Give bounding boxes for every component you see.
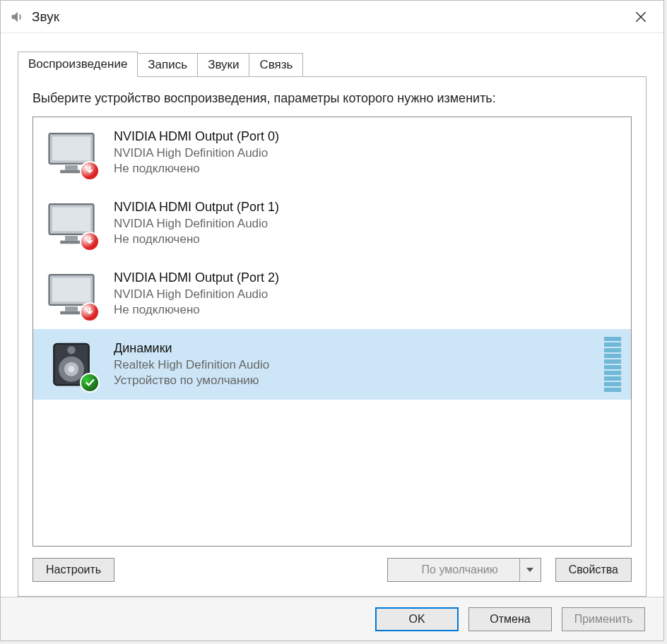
playback-panel: Выберите устройство воспроизведения, пар…	[18, 77, 647, 597]
device-driver: NVIDIA High Definition Audio	[114, 216, 621, 232]
chevron-down-icon	[519, 559, 541, 581]
svg-point-15	[69, 366, 75, 373]
monitor-icon	[46, 268, 97, 319]
device-driver: NVIDIA High Definition Audio	[114, 145, 621, 162]
svg-rect-5	[52, 208, 90, 232]
monitor-icon	[46, 127, 97, 178]
monitor-icon	[46, 198, 97, 249]
set-default-dropdown[interactable]: По умолчанию	[387, 558, 541, 582]
speaker-icon	[46, 339, 97, 390]
ok-button[interactable]: OK	[375, 607, 459, 631]
device-driver: NVIDIA High Definition Audio	[114, 287, 621, 303]
device-name: NVIDIA HDMI Output (Port 2)	[114, 269, 621, 286]
dialog-content: Воспроизведение Запись Звуки Связь Выбер…	[1, 33, 663, 597]
properties-button[interactable]: Свойства	[555, 558, 632, 582]
panel-button-row: Настроить По умолчанию Свойства	[33, 558, 632, 582]
device-status: Не подключено	[114, 161, 621, 177]
sound-dialog: Звук Воспроизведение Запись Звуки Связь …	[0, 0, 664, 641]
device-driver: Realtek High Definition Audio	[114, 357, 596, 374]
close-button[interactable]	[627, 3, 655, 31]
panel-instruction: Выберите устройство воспроизведения, пар…	[33, 90, 632, 107]
sound-icon	[9, 9, 25, 25]
close-icon	[634, 10, 648, 24]
device-name: NVIDIA HDMI Output (Port 0)	[114, 128, 621, 145]
device-status: Не подключено	[114, 302, 621, 318]
svg-rect-1	[52, 137, 90, 161]
dialog-button-row: OK Отмена Применить	[1, 597, 663, 640]
svg-point-16	[67, 346, 75, 354]
device-row[interactable]: NVIDIA HDMI Output (Port 0)NVIDIA High D…	[33, 117, 631, 188]
device-list[interactable]: NVIDIA HDMI Output (Port 0)NVIDIA High D…	[33, 117, 632, 547]
device-name: Динамики	[114, 340, 596, 357]
svg-rect-6	[65, 236, 78, 241]
device-row[interactable]: NVIDIA HDMI Output (Port 1)NVIDIA High D…	[33, 188, 631, 258]
device-row[interactable]: NVIDIA HDMI Output (Port 2)NVIDIA High D…	[33, 258, 631, 329]
device-text: NVIDIA HDMI Output (Port 0)NVIDIA High D…	[114, 128, 621, 177]
tab-playback[interactable]: Воспроизведение	[18, 52, 138, 77]
apply-button[interactable]: Применить	[562, 607, 645, 631]
level-meter	[604, 337, 621, 392]
titlebar: Звук	[1, 1, 663, 33]
device-row[interactable]: ДинамикиRealtek High Definition AudioУст…	[33, 329, 631, 400]
svg-rect-10	[65, 306, 78, 311]
device-status: Устройство по умолчанию	[114, 373, 596, 389]
device-text: ДинамикиRealtek High Definition AudioУст…	[114, 340, 596, 389]
device-text: NVIDIA HDMI Output (Port 2)NVIDIA High D…	[114, 269, 621, 318]
device-status: Не подключено	[114, 232, 621, 248]
device-text: NVIDIA HDMI Output (Port 1)NVIDIA High D…	[114, 198, 621, 248]
tab-strip: Воспроизведение Запись Звуки Связь	[18, 52, 647, 77]
device-name: NVIDIA HDMI Output (Port 1)	[114, 198, 621, 215]
tab-recording[interactable]: Запись	[137, 53, 198, 76]
tab-communications[interactable]: Связь	[249, 53, 303, 76]
set-default-label: По умолчанию	[401, 559, 519, 581]
svg-rect-2	[65, 165, 78, 170]
configure-button[interactable]: Настроить	[33, 558, 114, 582]
svg-rect-9	[52, 278, 90, 302]
window-title: Звук	[32, 9, 59, 25]
tab-sounds[interactable]: Звуки	[197, 53, 249, 76]
cancel-button[interactable]: Отмена	[468, 607, 552, 631]
